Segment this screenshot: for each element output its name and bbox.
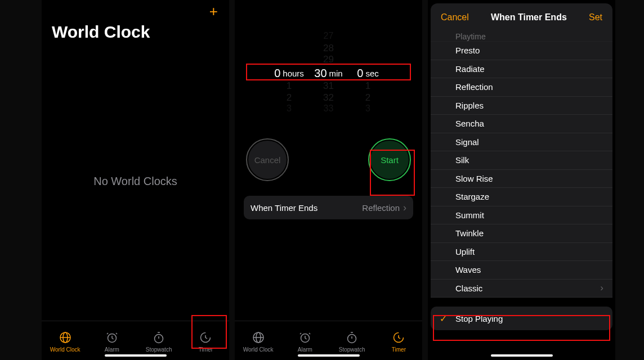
start-button[interactable]: Start bbox=[370, 141, 409, 179]
picker-option: 29 bbox=[323, 54, 334, 66]
time-picker[interactable]: 0hours 1 2 3 27 28 29 30min 31 32 33 0se… bbox=[235, 31, 422, 115]
picker-option: 28 bbox=[323, 43, 334, 55]
picker-option: 2 bbox=[365, 92, 370, 104]
stopwatch-icon bbox=[345, 331, 359, 344]
world-clock-screen: + World Clock No World Clocks World Cloc… bbox=[42, 0, 229, 360]
timer-screen: 0hours 1 2 3 27 28 29 30min 31 32 33 0se… bbox=[235, 0, 422, 360]
cancel-label: Cancel bbox=[254, 155, 281, 165]
tab-label: World Clock bbox=[243, 346, 274, 353]
tab-label: Alarm bbox=[298, 346, 312, 353]
list-item[interactable]: Reflection bbox=[431, 78, 612, 97]
gap bbox=[229, 0, 235, 360]
picker-option: 3 bbox=[287, 104, 292, 115]
tab-label: Stopwatch bbox=[146, 346, 172, 353]
tab-label: Timer bbox=[392, 346, 406, 353]
picker-option: 3 bbox=[365, 104, 370, 115]
alarm-icon bbox=[298, 331, 312, 344]
seconds-column[interactable]: 0sec 1 2 3 bbox=[348, 31, 388, 115]
list-item[interactable]: Presto bbox=[431, 42, 612, 60]
tab-label: Alarm bbox=[105, 346, 119, 353]
picker-option: 33 bbox=[324, 104, 334, 115]
chevron-right-icon: › bbox=[403, 202, 406, 214]
tab-label: Stopwatch bbox=[339, 346, 365, 353]
tab-world-clock[interactable]: World Clock bbox=[242, 331, 275, 353]
check-icon: ✓ bbox=[440, 313, 447, 324]
page-title: World Clock bbox=[42, 17, 229, 42]
set-button[interactable]: Set bbox=[589, 12, 602, 22]
tab-alarm[interactable]: Alarm bbox=[288, 331, 322, 353]
picker-option: 31 bbox=[323, 80, 334, 92]
list-item[interactable]: Twinkle bbox=[431, 224, 612, 243]
timer-icon bbox=[199, 331, 212, 344]
list-item-classic[interactable]: Classic › bbox=[431, 280, 612, 298]
stop-playing-row[interactable]: ✓ Stop Playing bbox=[431, 307, 612, 330]
cancel-button[interactable]: Cancel bbox=[441, 12, 469, 22]
hours-value: 0 bbox=[274, 67, 280, 80]
list-item[interactable]: Stargaze bbox=[431, 188, 612, 206]
list-item[interactable]: Ripples bbox=[431, 97, 612, 115]
tab-timer[interactable]: Timer bbox=[189, 331, 222, 353]
tab-bar: World Clock Alarm Stopwatch Timer bbox=[42, 321, 229, 360]
stop-playing-label: Stop Playing bbox=[455, 314, 503, 323]
minutes-value: 30 bbox=[314, 67, 327, 80]
minutes-unit: min bbox=[329, 69, 343, 78]
list-item[interactable]: Waves bbox=[431, 261, 612, 280]
home-indicator[interactable] bbox=[105, 354, 167, 357]
tab-timer[interactable]: Timer bbox=[382, 331, 415, 353]
list-item[interactable]: Uplift bbox=[431, 243, 612, 262]
minutes-column[interactable]: 27 28 29 30min 31 32 33 bbox=[309, 31, 348, 115]
picker-option: 1 bbox=[365, 80, 370, 92]
classic-label: Classic bbox=[455, 284, 482, 293]
background-strip bbox=[0, 0, 42, 360]
hours-column[interactable]: 0hours 1 2 3 bbox=[270, 31, 309, 115]
empty-state-text: No World Clocks bbox=[42, 42, 229, 321]
gap bbox=[422, 0, 428, 360]
when-timer-ends-row[interactable]: When Timer Ends Reflection› bbox=[244, 196, 413, 219]
list-item[interactable]: Sencha bbox=[431, 115, 612, 133]
tab-bar: World Clock Alarm Stopwatch Timer bbox=[235, 321, 422, 360]
list-item[interactable]: Summit bbox=[431, 206, 612, 225]
hours-unit: hours bbox=[283, 69, 304, 78]
when-value: Reflection bbox=[362, 203, 400, 213]
modal-title: When Timer Ends bbox=[491, 12, 567, 22]
when-timer-ends-modal: Cancel When Timer Ends Set Playtime Pres… bbox=[428, 0, 615, 360]
background-strip bbox=[615, 0, 644, 360]
picker-option: 1 bbox=[287, 80, 292, 92]
tab-stopwatch[interactable]: Stopwatch bbox=[335, 331, 369, 353]
when-label: When Timer Ends bbox=[251, 203, 317, 213]
seconds-value: 0 bbox=[357, 67, 363, 80]
start-label: Start bbox=[381, 155, 399, 165]
list-item[interactable]: Signal bbox=[431, 133, 612, 152]
add-icon[interactable]: + bbox=[209, 8, 218, 17]
tab-world-clock[interactable]: World Clock bbox=[48, 331, 82, 353]
home-indicator[interactable] bbox=[491, 354, 553, 357]
tab-stopwatch[interactable]: Stopwatch bbox=[142, 331, 176, 353]
home-indicator[interactable] bbox=[298, 354, 360, 357]
stopwatch-icon bbox=[152, 331, 166, 344]
modal-header: Cancel When Timer Ends Set bbox=[431, 3, 612, 32]
alarm-icon bbox=[105, 331, 119, 344]
picker-option: 27 bbox=[324, 31, 334, 43]
globe-icon bbox=[252, 331, 265, 344]
sound-list[interactable]: Playtime Presto Radiate Reflection Rippl… bbox=[431, 32, 612, 298]
list-item[interactable]: Playtime bbox=[431, 32, 612, 42]
list-item[interactable]: Radiate bbox=[431, 60, 612, 79]
list-item[interactable]: Silk bbox=[431, 151, 612, 170]
globe-icon bbox=[59, 331, 72, 344]
seconds-unit: sec bbox=[365, 69, 378, 78]
picker-option: 2 bbox=[287, 92, 292, 104]
timer-icon bbox=[392, 331, 405, 344]
list-item[interactable]: Slow Rise bbox=[431, 170, 612, 188]
picker-option: 32 bbox=[323, 92, 334, 104]
tab-label: World Clock bbox=[50, 346, 80, 353]
cancel-button[interactable]: Cancel bbox=[248, 141, 287, 179]
tab-label: Timer bbox=[199, 346, 213, 353]
chevron-right-icon: › bbox=[600, 282, 603, 294]
tab-alarm[interactable]: Alarm bbox=[95, 331, 129, 353]
